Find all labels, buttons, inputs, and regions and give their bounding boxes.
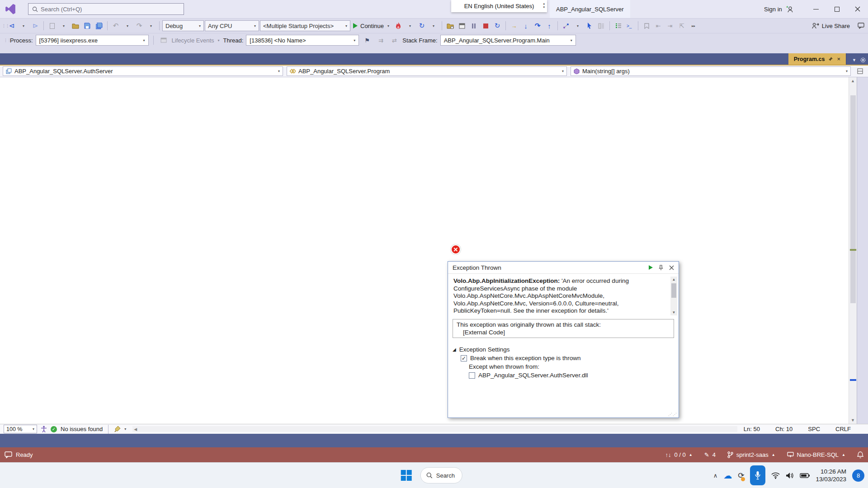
lifecycle-events-label[interactable]: Lifecycle Events (172, 37, 214, 44)
taskbar-search[interactable]: Search (420, 467, 462, 483)
zoom-select[interactable]: 100 %▾ (4, 425, 37, 433)
space-mode-indicator[interactable]: SPC (808, 426, 820, 432)
member-dropdown[interactable]: Main(string[] args)▾ (571, 66, 851, 76)
git-sync-status[interactable]: ↑↓ 0 / 0▲ (665, 451, 693, 458)
undo-button[interactable]: ↶ (110, 20, 121, 31)
continue-button[interactable]: Continue ▾ (351, 20, 392, 32)
restart-dropdown[interactable]: ▾ (428, 20, 439, 31)
lifecycle-events-icon[interactable] (158, 35, 169, 46)
exception-dialog-titlebar[interactable]: Exception Thrown (448, 262, 679, 274)
process-select[interactable]: [53796] iisexpress.exe▾ (36, 35, 149, 46)
dialog-continue-icon[interactable] (649, 265, 653, 270)
next-bookmark-button[interactable]: ⇥ (665, 20, 675, 31)
scrollbar-thumb[interactable] (850, 95, 856, 303)
onedrive-cloud-icon[interactable]: ☁ (723, 470, 732, 481)
scroll-down-icon[interactable]: ▼ (670, 310, 677, 315)
immediate-window-button[interactable]: >_ (624, 20, 635, 31)
issues-status[interactable]: No issues found (61, 426, 103, 432)
tray-overflow-chevron-icon[interactable]: ∧ (713, 472, 718, 479)
scrollbar-up-icon[interactable]: ▲ (849, 77, 857, 84)
document-outline-button[interactable] (596, 20, 607, 31)
step-over-button[interactable]: ↷ (532, 20, 543, 31)
sign-in-button[interactable]: Sign in + (764, 0, 794, 18)
restart-debugging-button[interactable]: ↻ (492, 20, 503, 31)
code-map-dropdown[interactable]: ▾ (572, 20, 583, 31)
scrollbar-down-icon[interactable]: ▼ (849, 417, 857, 424)
tab-list-dropdown-icon[interactable]: ▼ (852, 58, 856, 62)
dialog-pin-icon[interactable] (658, 265, 664, 271)
feedback-button[interactable] (855, 20, 866, 31)
solution-platform-select[interactable]: Any CPU▾ (205, 20, 259, 31)
startup-project-select[interactable]: <Multiple Startup Projects>▾ (260, 20, 350, 31)
language-indicator-popup[interactable]: EN English (United States) ▴▾ (451, 0, 547, 12)
close-button[interactable] (847, 0, 868, 18)
break-all-button[interactable] (468, 20, 479, 31)
new-file-button[interactable] (47, 20, 57, 31)
eol-indicator[interactable]: CRLF (835, 426, 851, 432)
dialog-close-icon[interactable] (669, 265, 674, 270)
toolbar-overflow[interactable]: ▸▸ (688, 20, 699, 31)
step-into-button[interactable]: ↓ (520, 20, 531, 31)
show-next-statement-button[interactable]: → (509, 20, 519, 31)
code-pane[interactable]: ✕ Exception Thrown Volo.Abp.AbpInitializ… (0, 77, 849, 424)
exception-settings-expander[interactable]: ◢ Exception Settings (448, 344, 679, 354)
line-indicator[interactable]: Ln: 50 (744, 426, 760, 432)
repository-status[interactable]: Nano-BRE-SQL▲ (787, 451, 845, 458)
wifi-icon[interactable] (771, 472, 780, 479)
code-map-button[interactable] (561, 20, 571, 31)
code-cleanup-brush-icon[interactable] (114, 426, 121, 432)
editor-vertical-scrollbar[interactable]: ▲ ▼ (849, 77, 857, 424)
exception-error-icon[interactable]: ✕ (451, 244, 461, 254)
editor-horizontal-scrollbar[interactable]: ◀ (132, 426, 737, 432)
navigate-back-button[interactable]: ⊲ (6, 20, 17, 31)
callstack-entry[interactable]: [External Code] (457, 328, 670, 336)
breakpoint-window-button[interactable] (457, 20, 467, 31)
prev-bookmark-button[interactable]: ⇤ (653, 20, 664, 31)
brush-dropdown-icon[interactable]: ▾ (124, 427, 126, 431)
task-list-button[interactable] (613, 20, 623, 31)
save-all-button[interactable] (94, 20, 104, 31)
battery-icon[interactable] (800, 473, 810, 479)
dialog-resize-grip[interactable]: ⋰⋰ (668, 412, 677, 417)
column-indicator[interactable]: Ch: 10 (775, 426, 793, 432)
bookmark-button[interactable] (641, 20, 652, 31)
pending-edits-status[interactable]: ✎ 4 (704, 451, 716, 458)
tab-program-cs[interactable]: Program.cs × (788, 53, 846, 65)
restart-button[interactable]: ↻ (416, 20, 427, 31)
tab-options-gear-icon[interactable] (860, 57, 866, 63)
voice-typing-mic-button[interactable] (750, 465, 765, 485)
thread-select[interactable]: [138536] <No Name>▾ (246, 35, 359, 46)
show-threads-in-source-button[interactable]: ⇄ (389, 35, 400, 46)
hot-reload-dropdown[interactable]: ▾ (405, 20, 415, 31)
notifications-bell-icon[interactable] (857, 451, 863, 459)
git-branch-status[interactable]: sprint2-saas▲ (727, 451, 775, 458)
sync-icon[interactable]: ⟳ (738, 471, 744, 480)
module-exclude-row[interactable]: ABP_Angular_SQLServer.AuthServer.dll (448, 371, 679, 380)
type-dropdown[interactable]: ABP_Angular_SQLServer.Program▾ (287, 66, 567, 76)
save-button[interactable] (82, 20, 93, 31)
undo-dropdown[interactable]: ▾ (122, 20, 133, 31)
navigate-back-dropdown[interactable]: ▾ (18, 20, 29, 31)
navigate-forward-button[interactable]: ⊳ (30, 20, 41, 31)
debugbar-grip[interactable]: ⋮⋮ (4, 38, 7, 42)
solution-configuration-select[interactable]: Debug▾ (162, 20, 204, 31)
scroll-up-icon[interactable]: ▲ (670, 277, 677, 282)
break-when-thrown-row[interactable]: ✓ Break when this exception type is thro… (448, 354, 679, 362)
clear-bookmarks-button[interactable]: ⇱ (676, 20, 687, 31)
redo-dropdown[interactable]: ▾ (146, 20, 156, 31)
volume-icon[interactable] (786, 472, 794, 479)
notification-count-badge[interactable]: 8 (852, 469, 864, 482)
project-dropdown[interactable]: ABP_Angular_SQLServer.AuthServer▾ (3, 66, 283, 76)
open-file-button[interactable] (70, 20, 81, 31)
show-flagged-only-button[interactable]: ⇉ (375, 35, 386, 46)
language-spinner-icon[interactable]: ▴▾ (543, 2, 545, 9)
cursor-tool-button[interactable] (584, 20, 595, 31)
minimize-button[interactable] (806, 0, 826, 18)
taskbar-clock[interactable]: 10:26 AM 13/03/2023 (816, 468, 846, 483)
start-button[interactable] (397, 466, 416, 485)
search-input[interactable]: Search (Ctrl+Q) (28, 3, 184, 15)
stop-debugging-button[interactable] (480, 20, 491, 31)
split-window-icon[interactable] (854, 66, 865, 77)
exception-message-scrollbar[interactable]: ▲ ▼ (670, 277, 677, 315)
tab-close-icon[interactable]: × (837, 56, 840, 62)
